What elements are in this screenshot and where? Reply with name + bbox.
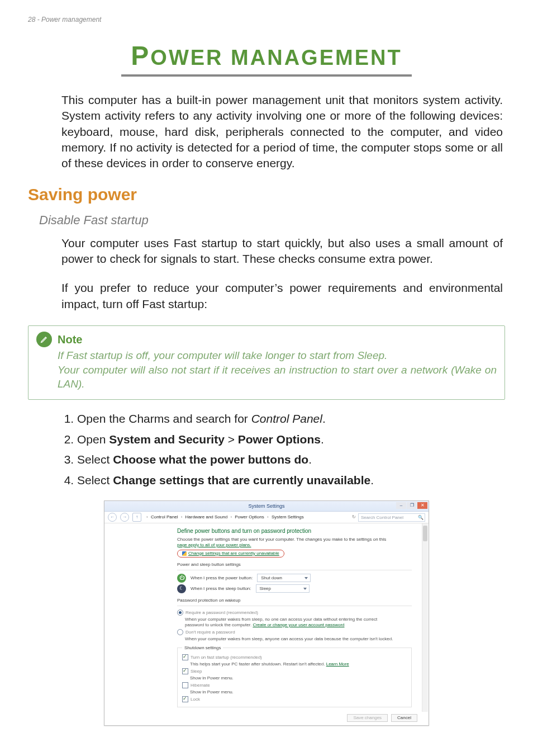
checkbox-icon[interactable] [182,696,188,702]
require-password-label: Require a password (recommended) [185,609,258,615]
step-4-emph: Change settings that are currently unava… [113,474,370,486]
step-4: Select Change settings that are currentl… [77,471,505,490]
section-heading: Saving power [28,185,505,204]
require-password-desc-1: When your computer wakes from sleep, no … [185,617,377,622]
require-password-desc-2a: password to unlock the computer. [185,622,253,627]
fast-startup-label: Turn on fast startup (recommended) [191,654,262,659]
scrollbar[interactable] [422,523,428,712]
breadcrumb-sep: › [230,514,232,519]
change-settings-link[interactable]: Change settings that are currently unava… [177,550,284,557]
search-icon[interactable]: 🔍 [418,514,423,521]
step-4-tail: . [370,474,374,486]
step-2: Open System and Security > Power Options… [77,431,505,449]
checkbox-icon[interactable] [182,654,188,660]
step-2-tail: . [321,433,324,446]
breadcrumb-sep: › [267,514,269,519]
note-line-1: If Fast startup is off, your computer wi… [58,349,387,361]
radio-icon[interactable] [177,629,183,635]
divider [177,570,412,570]
sleep-option[interactable]: Sleep [182,668,407,674]
breadcrumb-item[interactable]: System Settings [272,514,304,519]
section-shutdown: Shutdown settings [182,645,223,651]
step-2-sep: > [225,433,238,446]
sleep-option-desc: Show in Power menu. [190,675,407,681]
sleep-button-row: ☾ When I press the sleep button: Sleep [177,584,412,593]
fast-startup-option[interactable]: Turn on fast startup (recommended) [182,654,407,660]
maximize-button[interactable]: ❐ [407,502,417,509]
up-button[interactable]: ↑ [132,513,141,522]
checkbox-icon[interactable] [182,668,188,674]
step-1-emph: Control Panel [251,412,322,425]
cancel-button[interactable]: Cancel [391,714,417,722]
running-head: 28 - Power management [28,16,505,23]
step-3-emph: Choose what the power buttons do [113,453,308,466]
step-1-tail: . [322,412,326,425]
forward-button[interactable]: → [120,513,129,522]
paragraph-1: Your computer uses Fast startup to start… [28,235,505,267]
content-heading: Define power buttons and turn on passwor… [177,528,412,535]
sleep-button-label: When I press the sleep button: [191,586,251,592]
lock-option-label: Lock [191,696,200,701]
window-titlebar[interactable]: System Settings – ❐ ✕ [104,501,429,512]
breadcrumb[interactable]: › Control Panel › Hardware and Sound › P… [145,514,349,520]
power-button-dropdown[interactable]: Shut down [257,574,311,582]
divider [177,606,412,606]
note-header: Note [36,332,497,347]
minimize-button[interactable]: – [396,502,406,509]
breadcrumb-item[interactable]: Hardware and Sound [185,514,228,519]
scrollbar-thumb[interactable] [423,526,427,541]
page-title: POWER MANAGEMENT [28,40,505,71]
no-password-desc: When your computer wakes from sleep, any… [185,636,412,642]
radio-icon[interactable] [177,609,183,616]
close-button[interactable]: ✕ [417,502,427,509]
fast-startup-desc: This helps start your PC faster after sh… [190,662,407,667]
window-content: Define power buttons and turn on passwor… [104,523,429,712]
hibernate-option[interactable]: Hibernate [182,682,407,688]
note-label: Note [58,333,82,346]
require-password-option[interactable]: Require a password (recommended) [177,609,412,616]
steps-list: Open the Charms and search for Control P… [28,410,505,489]
power-button-row: ⏻ When I press the power button: Shut do… [177,574,412,583]
section-power-sleep: Power and sleep button settings [177,562,412,568]
step-2-text: Open [77,433,109,446]
breadcrumb-item[interactable]: Power Options [235,514,264,519]
note-line-2: Your computer will also not start if it … [58,364,497,390]
save-changes-button[interactable]: Save changes [347,714,388,722]
back-button[interactable]: ← [108,513,117,522]
window-title: System Settings [248,503,284,509]
step-2-emph-b: Power Options [238,433,321,446]
step-4-text: Select [77,474,113,486]
shutdown-settings-group: Shutdown settings Turn on fast startup (… [177,645,412,707]
sleep-option-label: Sleep [191,668,202,673]
no-password-option[interactable]: Don't require a password [177,629,412,635]
fast-startup-desc-text: This helps start your PC faster after sh… [190,662,326,667]
title-dropcap: P [131,41,150,70]
lock-option[interactable]: Lock [182,696,407,702]
content-subtext-2: page apply to all of your power plans. [177,542,251,547]
change-settings-label: Change settings that are currently unava… [188,551,279,556]
explorer-navbar: ← → ↑ › Control Panel › Hardware and Sou… [104,512,429,523]
window-controls: – ❐ ✕ [396,502,427,509]
note-box: Note If Fast startup is off, your comput… [28,325,505,400]
power-icon: ⏻ [177,574,186,583]
create-password-link[interactable]: Create or change your user account passw… [253,622,344,627]
title-divider [121,74,412,77]
step-3: Select Choose what the power buttons do. [77,451,505,469]
breadcrumb-sep: › [181,514,183,519]
refresh-icon[interactable]: ↻ [352,514,356,520]
note-body: If Fast startup is off, your computer wi… [36,348,497,391]
learn-more-link[interactable]: Learn More [326,662,349,667]
checkbox-icon[interactable] [182,682,188,688]
step-3-text: Select [77,453,113,466]
title-rest: OWER MANAGEMENT [150,46,402,69]
search-placeholder: Search Control Panel [361,515,403,520]
step-1: Open the Charms and search for Control P… [77,410,505,428]
search-input[interactable]: Search Control Panel 🔍 [358,513,425,522]
step-2-emph-a: System and Security [109,433,225,446]
sleep-button-dropdown[interactable]: Sleep [256,584,310,593]
step-1-text: Open the Charms and search for [77,412,251,425]
breadcrumb-item[interactable]: Control Panel [151,514,178,519]
content-subtext-1: Choose the power settings that you want … [177,537,386,542]
intro-paragraph: This computer has a built-in power manag… [28,92,505,172]
section-password: Password protection on wakeup [177,598,412,603]
